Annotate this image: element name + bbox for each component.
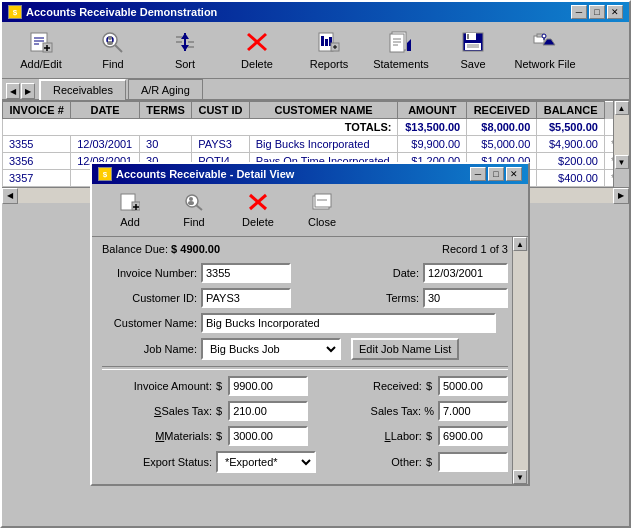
materials-row: MMaterials: $ LLabor: $ <box>102 426 508 446</box>
tab-nav-arrows: ◀ ▶ <box>6 83 35 99</box>
export-status-label: Export Status: <box>102 456 212 468</box>
job-name-row: Job Name: Big Bucks Job Edit Job Name Li… <box>102 338 508 360</box>
cell-balance-2: $200.00 <box>537 153 605 170</box>
sales-tax-prefix: $ <box>216 405 222 417</box>
job-name-label: Job Name: <box>102 343 197 355</box>
svg-point-52 <box>188 201 194 205</box>
received-input[interactable] <box>438 376 508 396</box>
detail-find-button[interactable]: Find <box>164 188 224 232</box>
col-received[interactable]: RECEIVED <box>467 102 537 119</box>
detail-body: Balance Due: $ 4900.00 Record 1 of 3 Inv… <box>92 237 528 484</box>
close-button[interactable]: ✕ <box>607 5 623 19</box>
customer-id-row: Customer ID: Terms: <box>102 288 508 308</box>
col-invoice[interactable]: INVOICE # <box>3 102 71 119</box>
other-label: Other: <box>352 456 422 468</box>
col-terms[interactable]: TERMS <box>140 102 192 119</box>
detail-maximize-button[interactable]: □ <box>488 167 504 181</box>
col-cust-id[interactable]: CUST ID <box>192 102 250 119</box>
customer-name-label: Customer Name: <box>102 317 197 329</box>
minimize-button[interactable]: ─ <box>571 5 587 19</box>
detail-app-icon: $ <box>98 167 112 181</box>
detail-scroll-down[interactable]: ▼ <box>513 470 527 484</box>
detail-delete-label: Delete <box>242 216 274 228</box>
window-title: Accounts Receivable Demonstration <box>26 6 217 18</box>
svg-point-11 <box>107 41 113 45</box>
balance-due-value: $ 4900.00 <box>171 243 220 255</box>
section-divider <box>102 366 508 370</box>
scroll-down-arrow[interactable]: ▼ <box>615 155 629 169</box>
detail-delete-icon <box>248 193 268 214</box>
export-status-row: Export Status: *Exported* Other: $ <box>102 451 508 473</box>
detail-delete-button[interactable]: Delete <box>228 188 288 232</box>
customer-name-input[interactable] <box>201 313 496 333</box>
detail-minimize-button[interactable]: ─ <box>470 167 486 181</box>
sales-tax-pct-label: Sales Tax: % <box>364 405 434 417</box>
detail-close-button[interactable]: ✕ <box>506 167 522 181</box>
svg-line-50 <box>196 205 202 210</box>
detail-add-button[interactable]: Add <box>100 188 160 232</box>
sales-tax-pct-input[interactable] <box>438 401 508 421</box>
scroll-track <box>614 115 629 155</box>
total-balance: $5,500.00 <box>537 119 605 136</box>
job-name-select[interactable]: Big Bucks Job <box>201 338 341 360</box>
add-edit-button[interactable]: Add/Edit <box>6 25 76 75</box>
col-amount[interactable]: AMOUNT <box>398 102 467 119</box>
tab-receivables[interactable]: Receivables <box>39 79 126 100</box>
received-label: Received: <box>352 380 422 392</box>
statements-icon <box>389 31 413 56</box>
cell-balance-3: $400.00 <box>537 170 605 187</box>
svg-rect-36 <box>467 34 469 39</box>
invoice-number-input[interactable] <box>201 263 291 283</box>
scroll-left-arrow[interactable]: ◀ <box>2 188 18 204</box>
date-input[interactable] <box>423 263 508 283</box>
tab-prev-arrow[interactable]: ◀ <box>6 83 20 99</box>
statements-button[interactable]: Statements <box>366 25 436 75</box>
detail-window: $ Accounts Receivable - Detail View ─ □ … <box>90 162 530 486</box>
detail-scroll-up[interactable]: ▲ <box>513 237 527 251</box>
col-date[interactable]: DATE <box>71 102 140 119</box>
col-customer-name[interactable]: CUSTOMER NAME <box>249 102 398 119</box>
export-status-select[interactable]: *Exported* <box>216 451 316 473</box>
materials-label: MMaterials: <box>102 430 212 442</box>
sort-icon <box>173 31 197 56</box>
svg-line-8 <box>115 45 122 52</box>
find-label: Find <box>102 58 123 70</box>
table-row[interactable]: 3355 12/03/2001 30 PAYS3 Big Bucks Incor… <box>3 136 629 153</box>
sales-tax-input[interactable] <box>228 401 308 421</box>
scroll-right-arrow[interactable]: ▶ <box>613 188 629 204</box>
tab-next-arrow[interactable]: ▶ <box>21 83 35 99</box>
sort-label: Sort <box>175 58 195 70</box>
reports-button[interactable]: Reports <box>294 25 364 75</box>
materials-input[interactable] <box>228 426 308 446</box>
detail-close-btn[interactable]: Close <box>292 188 352 232</box>
terms-input[interactable] <box>423 288 508 308</box>
save-button[interactable]: Save <box>438 25 508 75</box>
svg-rect-22 <box>321 36 324 46</box>
customer-id-input[interactable] <box>201 288 291 308</box>
delete-button[interactable]: Delete <box>222 25 292 75</box>
vertical-scrollbar[interactable]: ▲ ▼ <box>613 101 629 187</box>
svg-marker-13 <box>181 33 189 39</box>
sort-button[interactable]: Sort <box>150 25 220 75</box>
detail-vertical-scrollbar[interactable]: ▲ ▼ <box>512 237 528 484</box>
delete-label: Delete <box>241 58 273 70</box>
labor-input[interactable] <box>438 426 508 446</box>
add-edit-label: Add/Edit <box>20 58 62 70</box>
cell-invoice-1: 3355 <box>3 136 71 153</box>
col-balance[interactable]: BALANCE <box>537 102 605 119</box>
find-button[interactable]: Find <box>78 25 148 75</box>
total-amount: $13,500.00 <box>398 119 467 136</box>
labor-prefix: $ <box>426 430 432 442</box>
detail-find-label: Find <box>183 216 204 228</box>
total-received: $8,000.00 <box>467 119 537 136</box>
tab-ar-aging[interactable]: A/R Aging <box>128 79 203 99</box>
svg-point-51 <box>189 197 193 201</box>
edit-job-name-list-button[interactable]: Edit Job Name List <box>351 338 459 360</box>
scroll-up-arrow[interactable]: ▲ <box>615 101 629 115</box>
network-file-button[interactable]: Network File <box>510 25 580 75</box>
app-icon: $ <box>8 5 22 19</box>
invoice-amount-input[interactable] <box>228 376 308 396</box>
maximize-button[interactable]: □ <box>589 5 605 19</box>
other-input[interactable] <box>438 452 508 472</box>
detail-scroll-track <box>513 251 528 470</box>
